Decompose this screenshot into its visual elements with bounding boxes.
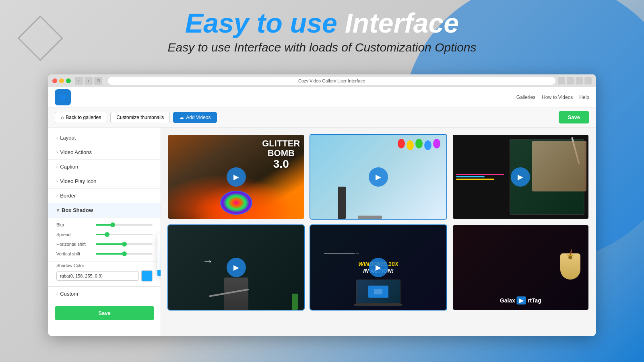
browser-back-button[interactable]: ‹ [75,77,83,85]
color-picker-body [157,234,161,270]
play-button-4[interactable]: ▶ [227,258,246,277]
color-picker-popup[interactable]: rgba(0, 158, 255, 0.9) [157,234,161,276]
add-videos-button[interactable]: ☁ Add Videos [173,112,217,123]
sidebar-border-label: Border [60,193,76,199]
traffic-light-green[interactable] [66,78,71,83]
color-picker-footer: rgba(0, 158, 255, 0.9) [157,270,161,276]
blur-slider-thumb[interactable] [110,222,115,227]
browser-view-button[interactable]: ⊡ [94,77,102,85]
sidebar-video-actions-label: Video Actions [60,149,92,155]
chevron-right-icon-2: › [56,150,58,154]
chevron-right-icon-5: › [56,193,58,198]
play-button-3[interactable]: ▶ [511,167,530,187]
plant [292,294,298,310]
vertical-shift-label: Vertical shift [56,251,93,256]
browser-forward-button[interactable]: › [85,77,93,85]
vertical-shift-slider-thumb[interactable] [122,251,127,256]
video-grid-area: GLITTERBOMB3.0 ▶ [161,128,596,336]
chevron-right-icon: › [56,136,58,140]
video-thumb-inner-1: GLITTERBOMB3.0 ▶ [168,135,304,219]
play-button-5[interactable]: ▶ [369,258,388,277]
horizontal-shift-slider-thumb[interactable] [122,242,127,247]
video-thumb-3[interactable]: ▶ [452,134,589,220]
traffic-light-yellow[interactable] [59,78,64,83]
browser-window: ‹ › ⊡ Cozy Video Gallery User Interface … [48,74,596,336]
vertical-shift-slider[interactable] [96,253,153,255]
back-to-galleries-button[interactable]: ⌂ Back to galleries [55,112,107,123]
video-grid: GLITTERBOMB3.0 ▶ [167,134,589,311]
address-bar[interactable]: Cozy Video Gallery User Interface [108,77,555,85]
color-gradient-area[interactable] [157,234,161,270]
color-swatch[interactable] [141,270,153,282]
browser-chrome: ‹ › ⊡ Cozy Video Gallery User Interface [48,74,596,87]
video-thumb-2[interactable]: ▶ [310,134,447,220]
logo-text: 🌀 [60,95,66,100]
header-title: Easy to use Interface [0,8,644,38]
traffic-light-red[interactable] [52,78,57,83]
horizontal-shift-label: Horizontal shift [56,242,93,247]
nav-how-to-videos[interactable]: How to Videos [542,95,573,100]
chevron-down-icon: ∨ [56,208,59,212]
traffic-lights [52,78,71,83]
vertical-shift-slider-fill [96,253,124,255]
toolbar-left: ⌂ Back to galleries Customize thumbnails… [55,112,217,123]
sidebar-layout-label: Layout [60,135,76,141]
chevron-right-icon-3: › [56,165,58,169]
sidebar-box-shadow-label: Box Shadow [62,207,93,213]
customize-thumbnails-button[interactable]: Customize thumbnails [110,112,170,123]
video-thumb-inner-3: ▶ [453,135,588,219]
video-thumb-1[interactable]: GLITTERBOMB3.0 ▶ [167,134,305,220]
play-button-2[interactable]: ▶ [369,167,388,187]
video-overlay-text-1: GLITTERBOMB3.0 [262,139,300,171]
address-bar-text: Cozy Video Gallery User Interface [298,78,365,83]
video-thumb-inner-6: Galax ▶ rtTag [453,225,588,309]
save-button-sidebar[interactable]: Save [55,306,154,320]
video-thumb-6[interactable]: Galax ▶ rtTag [452,224,589,310]
laptop [356,280,400,308]
horizontal-shift-control-row: Horizontal shift [56,242,153,247]
sidebar-item-video-play-icon[interactable]: › Video Play Icon [48,174,161,189]
blur-slider[interactable] [96,224,153,226]
sidebar-item-box-shadow[interactable]: ∨ Box Shadow [48,203,161,218]
horizontal-shift-slider[interactable] [96,243,153,245]
video-thumb-4[interactable]: → ▶ [167,224,305,310]
person-silhouette [338,187,346,219]
browser-action-2[interactable] [567,77,574,84]
app-content: 🌀 Galleries How to Videos Help ⌂ Back to… [48,87,596,336]
shadow-color-input[interactable] [56,271,139,281]
video-thumb-5[interactable]: ─────────→ WINDOWS 10XIN ACTION! ▶ [310,224,447,310]
sidebar-custom-label: Custom [60,291,78,297]
sidebar-item-video-actions[interactable]: › Video Actions [48,145,161,160]
balloon-cluster [398,139,440,150]
browser-action-1[interactable] [558,77,565,84]
sidebar-item-caption[interactable]: › Caption [48,160,161,174]
nav-galleries[interactable]: Galleries [516,95,535,100]
spread-label: Spread [56,232,93,237]
browser-action-3[interactable] [576,77,583,84]
shadow-color-input-row [56,270,153,282]
spread-control-row: Spread [56,232,153,237]
nav-help[interactable]: Help [579,95,589,100]
add-icon: ☁ [179,115,184,120]
arrow-indicator: → [202,255,213,268]
app-logo: 🌀 [55,89,71,105]
sidebar-item-custom[interactable]: › Custom [48,287,161,301]
home-icon: ⌂ [61,115,64,120]
video-thumb-inner-2: ▶ [310,135,446,219]
blur-control-row: Blur [56,222,153,227]
save-button-toolbar[interactable]: Save [559,111,589,123]
shadow-color-label: Shadow Color [56,263,153,268]
spread-slider[interactable] [96,234,153,235]
sidebar-item-border[interactable]: › Border [48,189,161,203]
customize-thumbnails-label: Customize thumbnails [116,115,164,120]
browser-action-4[interactable] [584,77,592,84]
spread-slider-thumb[interactable] [105,232,109,237]
laptop-arrow: ─────────→ [324,251,360,256]
app-nav: Galleries How to Videos Help [516,95,589,100]
browser-navigation: ‹ › ⊡ [75,77,102,85]
play-button-1[interactable]: ▶ [227,167,246,187]
sidebar-item-layout[interactable]: › Layout [48,131,161,145]
save-label-toolbar: Save [568,114,580,120]
video-thumb-inner-4: → ▶ [168,225,304,309]
header-subtitle: Easy to use Interface with loads of Cust… [0,41,644,54]
